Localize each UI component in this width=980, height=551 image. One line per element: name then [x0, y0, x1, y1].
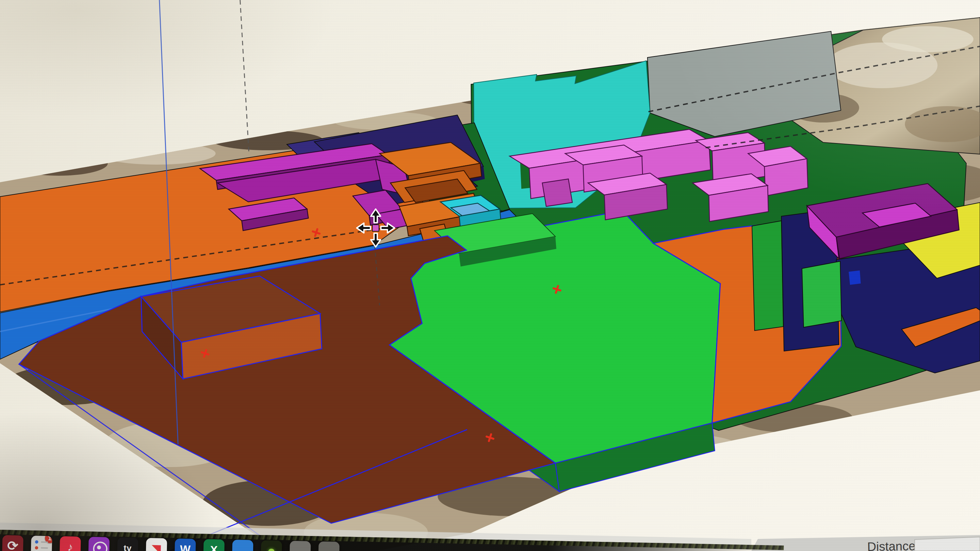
dock-icon-red-swirl-app[interactable]: ⟳ — [2, 535, 23, 551]
photographed-screen: Distance ⟳1♪tv◥WX● — [0, 0, 980, 551]
dock-icon-faint-app[interactable] — [318, 541, 339, 551]
ms-excel-icon: X — [210, 544, 218, 551]
dock-icon-apple-tv[interactable]: tv — [117, 537, 138, 551]
dock-icon-reminders[interactable]: 1 — [31, 536, 52, 551]
green-sphere-app-icon: ● — [267, 543, 276, 551]
zone-bright-green-patch[interactable] — [802, 261, 842, 327]
apple-news-icon: ◥ — [152, 543, 161, 551]
dock-icon-apple-podcasts[interactable] — [88, 537, 110, 551]
dock-icon-ms-excel[interactable]: X — [203, 539, 224, 551]
dock-icon-light-app[interactable] — [290, 541, 311, 551]
apple-music-icon: ♪ — [67, 541, 73, 551]
notification-badge: 1 — [45, 536, 52, 543]
dock-icons: ⟳1♪tv◥WX● — [2, 535, 339, 551]
dashed-axis-line — [240, 0, 249, 154]
zone-green-strip[interactable] — [752, 221, 783, 330]
distance-label: Distance — [867, 539, 916, 551]
dock-icon-apple-news[interactable]: ◥ — [146, 538, 167, 551]
dock-icon-ms-word[interactable]: W — [175, 538, 196, 551]
dock-icon-apple-music[interactable]: ♪ — [59, 536, 81, 551]
dock-icon-green-sphere-app[interactable]: ● — [261, 540, 282, 551]
apple-tv-icon: tv — [124, 544, 132, 551]
zone-blue-patch[interactable] — [849, 270, 861, 285]
distance-input[interactable] — [915, 537, 980, 551]
dock-icon-blue-app[interactable] — [232, 540, 253, 551]
red-swirl-app-icon: ⟳ — [7, 539, 18, 551]
sketchup-viewport: Distance — [0, 0, 980, 551]
ms-word-icon: W — [180, 543, 191, 551]
